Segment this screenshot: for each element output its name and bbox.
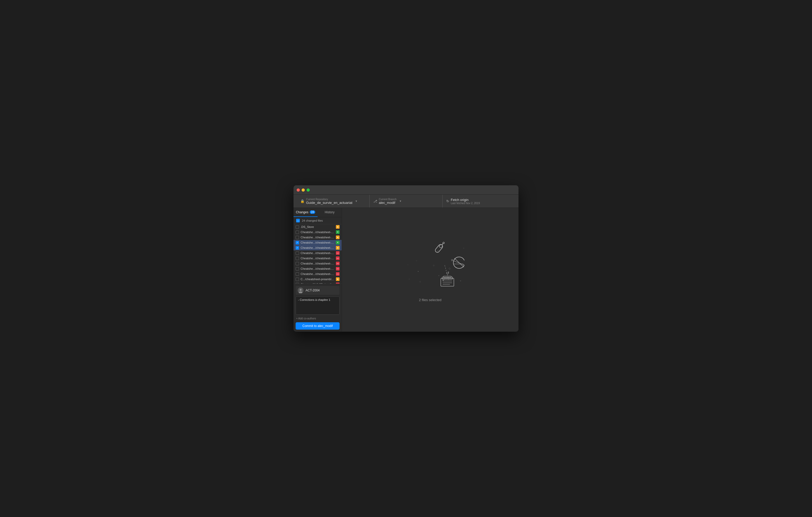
deselect-all-button[interactable]: — [296,219,300,222]
file-status-badge: — [336,262,340,265]
file-item[interactable]: .DS_Store● [293,224,342,230]
file-name: Cheatshe.../cheatsheet-ACT2003.pdf [300,231,334,234]
avatar [298,287,303,293]
lock-icon: 🔒 [300,199,304,203]
file-checkbox[interactable] [296,278,299,281]
tabs: Changes 24 History [293,208,342,217]
file-item[interactable]: Cheatshe.../cheatsheet-ACT2004.pdf+ [293,240,342,245]
svg-line-22 [455,258,464,267]
svg-text:+: + [438,274,439,277]
svg-text:○: ○ [416,260,417,262]
toolbar: 🔒 Current Repository Guide_de_survie_en_… [293,195,519,208]
file-status-badge: — [336,256,340,260]
lamp-illustration [434,241,445,253]
branch-name: alec_modif [379,201,397,205]
close-button[interactable] [297,188,300,191]
svg-text:+: + [460,280,461,282]
svg-text:◇: ◇ [433,264,435,267]
file-status-badge: ● [336,225,340,229]
file-item[interactable]: Cheats.../Q13-57.visualisation.png— [293,282,342,283]
file-checkbox[interactable] [296,257,299,260]
file-checkbox[interactable] [296,236,299,239]
commit-button[interactable]: Commit to alec_modif [296,322,340,330]
file-checkbox[interactable] [296,272,299,276]
file-item[interactable]: Cheatshe.../cheatsheet-ACT3001.tex— [293,271,342,277]
file-name: Cheatshe.../cheatsheet-ACT2004.tex [300,246,334,249]
svg-text:↺: ↺ [446,271,450,275]
tab-changes-label: Changes [296,210,309,214]
illustration: ◇ ○ ○ ○ ○ ◇ ◇ ✦ ■ + ○ + ◇ [396,238,464,302]
changed-files-header: — 24 changed files [293,217,342,224]
sidebar: Changes 24 History — 24 changed files .D… [293,208,342,332]
tab-changes-badge: 24 [310,210,315,214]
repo-name: Guide_de_survie_en_actuariat [306,201,352,205]
file-item[interactable]: Cheatshe.../cheatsheet-ACT2008.tex— [293,261,342,266]
file-name: .DS_Store [300,225,334,229]
file-checkbox[interactable] [296,246,299,250]
commit-author: ACT-2004 [296,286,340,295]
repo-section[interactable]: 🔒 Current Repository Guide_de_survie_en_… [297,195,370,208]
repo-text: Current Repository Guide_de_survie_en_ac… [306,198,352,205]
minimize-button[interactable] [301,188,305,191]
file-name: Cheatshe.../cheatsheet-ACT2008.tex [300,262,334,265]
fetch-label: Fetch origin [451,198,480,202]
repo-chevron-icon: ▼ [355,200,357,203]
file-status-badge: — [336,272,340,276]
file-name: C.../cheatsheet-preamble-general.tex [300,278,334,281]
file-item[interactable]: Cheatshe.../cheatsheet-ACT2007.tex— [293,255,342,261]
file-checkbox[interactable] [296,267,299,271]
file-item[interactable]: Cheatshe.../cheatsheet-ACT2005.tex— [293,250,342,255]
file-item[interactable]: Cheatshe.../cheatsheet-ACT2004.tex● [293,245,342,250]
traffic-lights [297,188,310,191]
svg-text:◇: ◇ [419,280,421,283]
svg-text:○: ○ [409,278,410,280]
file-checkbox[interactable] [296,262,299,265]
add-coauthor-button[interactable]: + Add co-authors [296,316,340,321]
main-area: ◇ ○ ○ ○ ○ ◇ ◇ ✦ ■ + ○ + ◇ [342,208,519,332]
file-name: Cheatshe.../cheatsheet-ACT3001.tex [300,272,334,275]
svg-text:✕: ✕ [451,258,454,262]
file-item[interactable]: Cheatshe.../cheatsheet-ACT2003.tex● [293,235,342,240]
file-item[interactable]: Cheatshe.../cheatsheet-ACT2003.pdf+ [293,230,342,235]
file-item[interactable]: Cheatshe.../cheatsheet-ACT2009.tex— [293,266,342,271]
titlebar [293,185,519,195]
file-name: Cheatshe.../cheatsheet-ACT2004.pdf [300,241,334,244]
file-status-badge: — [336,267,340,271]
file-item[interactable]: C.../cheatsheet-preamble-general.tex● [293,277,342,282]
file-checkbox[interactable] [296,231,299,234]
changed-files-count: 24 changed files [302,219,323,222]
app-window: 🔒 Current Repository Guide_de_survie_en_… [293,185,519,332]
branch-section[interactable]: ⎇ Current Branch alec_modif ▼ [370,195,443,208]
svg-text:○: ○ [407,264,408,266]
fetch-icon: ↻ [446,199,449,203]
fetch-section[interactable]: ↻ Fetch origin Last fetched Nov 2, 2019 [443,195,515,208]
svg-text:■: ■ [418,271,419,272]
svg-text:○: ○ [463,247,464,249]
file-name: Cheatshe.../cheatsheet-ACT2009.tex [300,267,334,270]
branch-text: Current Branch alec_modif [379,198,397,205]
files-list: .DS_Store●Cheatshe.../cheatsheet-ACT2003… [293,224,342,283]
commit-message-input[interactable] [296,296,340,315]
tab-changes[interactable]: Changes 24 [293,208,318,217]
tab-history[interactable]: History [318,208,342,217]
file-status-badge: ● [336,246,340,250]
author-name: ACT-2004 [306,288,320,292]
illustration-label: 2 files selected [419,298,442,302]
file-status-badge: ● [336,236,340,239]
branch-chevron-icon: ▼ [399,200,402,203]
file-checkbox[interactable] [296,225,299,229]
svg-text:◇: ◇ [448,267,451,270]
svg-line-23 [454,261,464,265]
file-status-badge: + [336,241,340,244]
fetch-text: Fetch origin Last fetched Nov 2, 2019 [451,198,480,205]
branch-icon: ⎇ [373,199,377,203]
commit-section: ACT-2004 + Add co-authors Commit to alec… [293,283,342,332]
file-status-badge: ● [336,277,340,281]
file-name: Cheatshe.../cheatsheet-ACT2007.tex [300,257,334,260]
maximize-button[interactable] [307,188,310,191]
file-name: Cheatshe.../cheatsheet-ACT2003.tex [300,236,334,239]
file-checkbox[interactable] [296,241,299,244]
file-checkbox[interactable] [296,251,299,255]
main-content: Changes 24 History — 24 changed files .D… [293,208,519,332]
file-status-badge: + [336,230,340,234]
